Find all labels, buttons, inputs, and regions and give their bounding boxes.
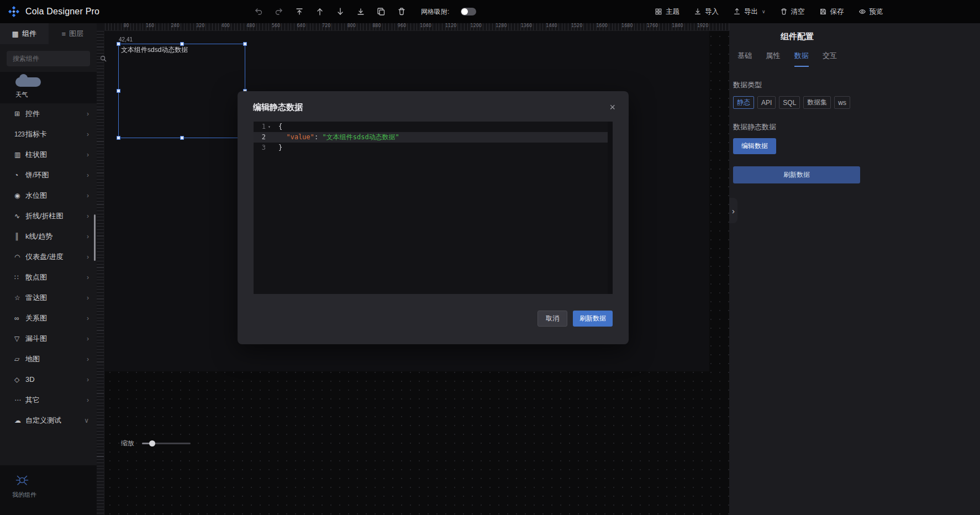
zoom-control: 缩放 <box>121 439 191 448</box>
sidebar-category[interactable]: ⋯ 其它 › <box>0 390 97 410</box>
undo-icon <box>254 7 263 16</box>
sidebar-category[interactable]: ☁ 自定义测试 ∨ <box>0 410 97 430</box>
components-icon: ▦ <box>12 30 19 38</box>
sidebar-category[interactable]: ◠ 仪表盘/进度 › <box>0 246 97 267</box>
grid-snap-toggle[interactable] <box>461 8 476 15</box>
zoom-slider-track[interactable] <box>142 443 191 444</box>
move-up-button[interactable] <box>315 7 324 16</box>
static-data-label: 数据静态数据 <box>733 122 861 132</box>
refresh-data-button[interactable]: 刷新数据 <box>733 166 860 183</box>
data-type-sql[interactable]: SQL <box>779 96 800 109</box>
resize-handle[interactable] <box>243 42 247 46</box>
tab-basic[interactable]: 基础 <box>737 51 752 67</box>
resize-handle[interactable] <box>117 136 120 140</box>
sidebar-category[interactable]: ◔ 饼/环图 › <box>0 165 97 185</box>
tab-layers[interactable]: ≡ 图层 <box>49 23 97 44</box>
search-input[interactable] <box>12 54 99 63</box>
move-down-button[interactable] <box>336 7 345 16</box>
line-number: 3 <box>262 143 266 153</box>
sidebar-category[interactable]: ▥ 柱状图 › <box>0 144 97 165</box>
category-label: 柱状图 <box>25 150 87 160</box>
sidebar-category[interactable]: ║ k线/趋势 › <box>0 226 97 246</box>
delete-button[interactable] <box>397 7 406 16</box>
tab-components[interactable]: ▦ 组件 <box>0 23 49 44</box>
chevron-icon: › <box>87 376 89 383</box>
chevron-icon: › <box>87 212 89 220</box>
theme-button[interactable]: 主题 <box>655 7 679 17</box>
tab-attributes[interactable]: 属性 <box>766 51 780 67</box>
tab-data[interactable]: 数据 <box>794 51 809 67</box>
sidebar-category[interactable]: ▱ 地图 › <box>0 349 97 369</box>
data-type-dataset[interactable]: 数据集 <box>803 96 831 109</box>
theme-icon <box>655 8 662 15</box>
my-components-section[interactable]: 我的组件 <box>0 465 97 515</box>
sidebar-category[interactable]: ▽ 漏斗图 › <box>0 328 97 349</box>
sidebar-category[interactable]: ∿ 折线/折柱图 › <box>0 206 97 226</box>
resize-handle[interactable] <box>180 42 184 46</box>
sidebar-category[interactable]: ☆ 雷达图 › <box>0 287 97 308</box>
cancel-button[interactable]: 取消 <box>538 311 567 327</box>
app-title: Cola Designer Pro <box>25 7 99 17</box>
chevron-down-icon: ∨ <box>762 9 766 14</box>
fold-icon[interactable]: ▾ <box>267 122 272 132</box>
move-to-top-button[interactable] <box>295 7 304 16</box>
ruler-tick-label: 1680 <box>609 23 634 29</box>
sidebar-category[interactable]: ◉ 水位图 › <box>0 185 97 206</box>
category-icon: ▽ <box>14 335 25 343</box>
sidebar-category[interactable]: ⊞ 控件 › <box>0 103 97 124</box>
sidebar-scrollbar-thumb[interactable] <box>94 214 96 261</box>
chevron-icon: › <box>87 294 89 302</box>
category-icon: ∷ <box>14 274 25 281</box>
copy-button[interactable] <box>377 7 386 16</box>
editor-scrollbar[interactable] <box>608 122 613 294</box>
preview-button[interactable]: 预览 <box>858 7 883 17</box>
edit-data-button[interactable]: 编辑数据 <box>733 138 776 154</box>
data-type-api[interactable]: API <box>757 96 776 109</box>
import-icon <box>694 8 702 15</box>
clear-button[interactable]: 清空 <box>780 7 805 17</box>
brand: Cola Designer Pro <box>0 6 99 18</box>
sidebar-category[interactable]: ∞ 关系图 › <box>0 308 97 328</box>
panel-collapse-button[interactable]: › <box>729 198 737 223</box>
save-button[interactable]: 保存 <box>819 7 844 17</box>
category-label: 仪表盘/进度 <box>25 252 87 262</box>
ruler-tick-label: 240 <box>155 23 181 29</box>
confirm-refresh-button[interactable]: 刷新数据 <box>573 311 613 327</box>
resize-handle[interactable] <box>117 42 120 46</box>
sidebar-category[interactable]: ◇ 3D › <box>0 369 97 390</box>
chevron-icon: › <box>87 171 89 179</box>
zoom-slider-knob[interactable] <box>149 440 155 446</box>
category-label: 水位图 <box>25 191 87 201</box>
json-code-editor[interactable]: 1▾ { 2 "value": "文本组件sdsd动态数据" 3 } <box>254 122 613 294</box>
ruler-tick-label: 1840 <box>659 23 684 29</box>
chevron-right-icon: › <box>732 206 735 216</box>
import-button[interactable]: 导入 <box>694 7 719 17</box>
code-token: } <box>278 144 282 151</box>
resize-handle[interactable] <box>117 89 120 93</box>
move-to-bottom-button[interactable] <box>356 7 365 16</box>
resize-handle[interactable] <box>180 136 184 140</box>
category-label: 折线/折柱图 <box>25 211 87 221</box>
data-type-static[interactable]: 静态 <box>733 96 754 109</box>
ruler-tick-label: 800 <box>331 23 357 29</box>
ruler-tick-label: 1600 <box>583 23 609 29</box>
ruler-vertical: 901802703604505406307208109009901080 <box>97 31 104 515</box>
modal-header: 编辑静态数据 × <box>238 91 629 120</box>
ruler-tick-label: 1200 <box>457 23 483 29</box>
selected-text-component[interactable]: 文本组件sdsd动态数据 <box>118 44 245 138</box>
chevron-icon: › <box>87 314 89 322</box>
export-button[interactable]: 导出 ∨ <box>733 7 766 17</box>
undo-button[interactable] <box>254 7 263 16</box>
redo-button[interactable] <box>275 7 283 16</box>
sidebar-category[interactable]: ∷ 散点图 › <box>0 267 97 287</box>
component-card-weather[interactable]: 天气 <box>0 72 97 103</box>
close-icon[interactable]: × <box>609 102 615 112</box>
code-token: { <box>278 123 282 130</box>
category-icon: ◇ <box>14 376 25 383</box>
topbar: Cola Designer Pro 网格吸附: <box>0 0 980 23</box>
data-type-ws[interactable]: ws <box>834 96 850 109</box>
category-icon: ∿ <box>14 212 25 220</box>
tab-interaction[interactable]: 交互 <box>823 51 837 67</box>
sidebar-category[interactable]: 123 指标卡 › <box>0 124 97 144</box>
ruler-tick-label: 1520 <box>559 23 584 29</box>
